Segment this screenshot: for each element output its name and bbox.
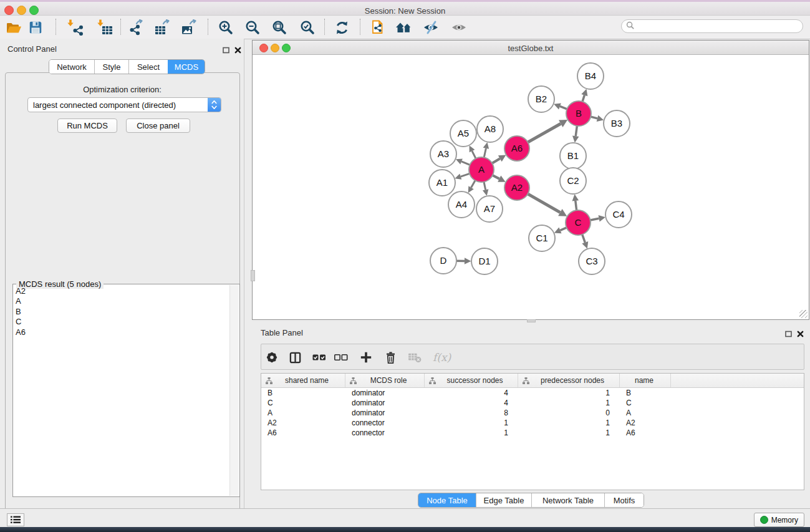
task-history-button[interactable] xyxy=(7,513,24,526)
close-table-panel-icon[interactable] xyxy=(797,329,804,340)
vertical-splitter-handle[interactable] xyxy=(251,270,255,281)
graph-edge-A-A5[interactable] xyxy=(472,151,476,158)
desktop-edge xyxy=(0,527,810,532)
status-bar: Memory xyxy=(0,508,810,527)
import-table-icon[interactable] xyxy=(94,17,116,38)
column-header-name[interactable]: name xyxy=(620,374,671,387)
table-cell: 1 xyxy=(518,389,620,397)
graph-edge-C-C3[interactable] xyxy=(582,235,586,243)
dropdown-stepper-icon xyxy=(208,98,221,112)
window-title: Session: New Session xyxy=(0,6,810,16)
tab-edge-table[interactable]: Edge Table xyxy=(476,493,531,507)
result-list-item[interactable]: A xyxy=(16,296,26,306)
graph-edge-B-B4[interactable] xyxy=(582,95,584,102)
graph-edge-C-C1[interactable] xyxy=(560,228,566,230)
zoom-out-icon[interactable] xyxy=(241,17,264,38)
hide-selected-icon[interactable] xyxy=(420,17,442,38)
show-eye-icon[interactable] xyxy=(448,17,470,38)
graph-edge-A-A8[interactable] xyxy=(484,148,486,158)
table-cell: connector xyxy=(345,428,425,437)
graph-edge-C-C4[interactable] xyxy=(591,218,599,220)
show-columns-icon[interactable] xyxy=(284,350,306,365)
graph-edge-A-A4[interactable] xyxy=(471,180,475,187)
result-scrollbar[interactable] xyxy=(229,285,239,496)
open-folder-icon[interactable] xyxy=(2,17,25,38)
table-cell: C xyxy=(620,399,671,407)
table-cell: A6 xyxy=(620,428,671,437)
copy-network-icon[interactable] xyxy=(366,17,388,38)
zoom-in-icon[interactable] xyxy=(215,17,237,38)
table-settings-icon[interactable] xyxy=(261,350,282,365)
result-list-item[interactable]: A2 xyxy=(16,286,26,296)
column-header-MCDS-role[interactable]: MCDS role xyxy=(345,374,425,387)
deselect-all-icon[interactable] xyxy=(330,350,352,365)
save-session-icon[interactable] xyxy=(24,17,47,38)
graph-edge-A-A2[interactable] xyxy=(493,175,499,179)
title-bar: Session: New Session xyxy=(0,2,810,16)
table-row[interactable]: A6connector11A6 xyxy=(261,428,804,438)
table-row[interactable]: A2connector11A2 xyxy=(261,418,804,428)
zoom-selected-icon[interactable] xyxy=(296,17,319,38)
table-cell: 1 xyxy=(518,418,620,427)
optimization-criterion-label: Optimization criterion: xyxy=(5,85,239,94)
home-icon[interactable] xyxy=(393,17,415,38)
table-cell: 4 xyxy=(425,399,518,407)
search-input[interactable] xyxy=(637,21,803,32)
network-graph[interactable]: AA1A2A3A4A5A6A7A8BB1B2B3B4CC1C2C3C4DD1 xyxy=(253,55,809,319)
tab-select[interactable]: Select xyxy=(128,60,168,74)
table-row[interactable]: Bdominator41B xyxy=(261,388,804,398)
optimization-criterion-dropdown[interactable]: largest connected component (directed) xyxy=(27,97,221,112)
memory-label: Memory xyxy=(771,516,798,525)
tab-network-table[interactable]: Network Table xyxy=(531,493,604,507)
zoom-fit-icon[interactable] xyxy=(268,17,291,38)
export-network-icon[interactable] xyxy=(125,17,147,38)
memory-button[interactable]: Memory xyxy=(754,513,804,527)
graph-edge-A-A3[interactable] xyxy=(461,162,470,165)
graph-edge-A-A6[interactable] xyxy=(492,158,500,163)
graph-edge-A6-B[interactable] xyxy=(528,123,561,142)
close-panel-button[interactable]: Close panel xyxy=(126,118,190,133)
delete-column-icon[interactable] xyxy=(380,350,401,365)
graph-node-label: A4 xyxy=(456,199,467,210)
select-all-icon[interactable] xyxy=(309,350,330,365)
run-mcds-button[interactable]: Run MCDS xyxy=(57,118,117,133)
search-box[interactable] xyxy=(621,19,803,33)
import-network-icon[interactable] xyxy=(64,17,86,38)
column-header-shared-name[interactable]: shared name xyxy=(261,374,345,387)
float-table-panel-icon[interactable] xyxy=(785,329,792,340)
result-list-item[interactable]: A6 xyxy=(16,327,26,337)
export-table-icon[interactable] xyxy=(152,17,174,38)
table-row[interactable]: Adominator80A xyxy=(261,408,804,418)
graph-edge-A-A7[interactable] xyxy=(484,182,486,190)
application-window: Session: New Session Control Panel Netwo… xyxy=(0,0,810,532)
column-header-predecessor-nodes[interactable]: predecessor nodes xyxy=(518,374,620,387)
graph-edge-A2-C[interactable] xyxy=(528,194,560,213)
graph-edge-A-A1[interactable] xyxy=(461,173,470,177)
tab-node-table[interactable]: Node Table xyxy=(418,493,476,507)
result-list-item[interactable]: C xyxy=(16,317,26,327)
tab-mcds[interactable]: MCDS xyxy=(168,60,205,74)
dropdown-selected-value: largest connected component (directed) xyxy=(28,100,208,110)
tab-motifs[interactable]: Motifs xyxy=(604,493,644,507)
horizontal-splitter-handle[interactable] xyxy=(527,319,536,322)
result-list-item[interactable]: B xyxy=(16,307,26,317)
refresh-view-icon[interactable] xyxy=(330,17,353,38)
tab-network[interactable]: Network xyxy=(49,60,94,74)
export-image-icon[interactable] xyxy=(178,17,201,38)
column-header-successor-nodes[interactable]: successor nodes xyxy=(425,374,518,387)
tab-style[interactable]: Style xyxy=(94,60,128,74)
table-cell: dominator xyxy=(345,389,425,397)
graph-edge-B-B2[interactable] xyxy=(560,106,567,109)
table-cell: 1 xyxy=(425,418,518,427)
float-panel-icon[interactable] xyxy=(223,45,229,56)
main-toolbar xyxy=(0,16,810,39)
control-panel-title: Control Panel xyxy=(7,44,57,54)
graph-edge-B-B3[interactable] xyxy=(591,117,597,118)
add-column-icon[interactable] xyxy=(355,350,377,365)
resize-grip-icon[interactable] xyxy=(799,310,808,318)
graph-edge-C-C2[interactable] xyxy=(576,201,577,210)
table-row[interactable]: Cdominator41C xyxy=(261,398,804,408)
graph-edge-B-B1[interactable] xyxy=(576,126,577,136)
close-panel-icon[interactable] xyxy=(234,45,241,56)
toolbar-separator xyxy=(324,19,325,35)
